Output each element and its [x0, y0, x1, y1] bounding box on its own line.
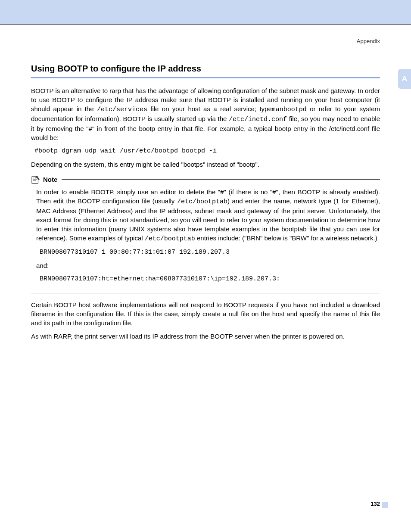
appendix-tab-label: A [402, 74, 407, 84]
section-title: Using BOOTP to configure the IP address [31, 62, 380, 75]
page-content: Appendix Using BOOTP to configure the IP… [0, 25, 411, 341]
p1-code-1: /etc/services [97, 106, 147, 113]
note-paragraph-1: In order to enable BOOTP, simply use an … [36, 187, 380, 243]
note-and: and: [36, 261, 380, 270]
top-banner [0, 0, 411, 24]
title-underline [31, 77, 380, 78]
p1-code-3: /etc/inetd.conf [229, 116, 287, 123]
note-header: Note [31, 175, 380, 184]
breadcrumb: Appendix [31, 37, 380, 45]
note-body: In order to enable BOOTP, simply use an … [31, 187, 380, 293]
note-label: Note [43, 175, 57, 184]
note-rule [62, 179, 380, 180]
note-icon [31, 175, 40, 184]
np1-code-2: /etc/bootptab [145, 235, 195, 243]
paragraph-4: As with RARP, the print server will load… [31, 332, 380, 341]
paragraph-1: BOOTP is an alternative to rarp that has… [31, 86, 380, 142]
page-number: 132 [371, 500, 380, 508]
page-number-accent [382, 502, 388, 508]
np1-code-1: /etc/bootptab [177, 198, 227, 205]
appendix-tab: A [398, 69, 411, 89]
paragraph-2: Depending on the system, this entry migh… [31, 160, 380, 169]
p1-code-2: manbootpd [272, 106, 307, 113]
np1-text-c: entries include: ("BRN" below is "BRW" f… [195, 234, 377, 242]
p1-text-b: file on your host as a real service; typ… [147, 105, 272, 112]
code-block-1: #bootp dgram udp wait /usr/etc/bootpd bo… [34, 146, 380, 156]
note-code-1: BRN008077310107 1 00:80:77:31:01:07 192.… [40, 248, 380, 257]
note-code-2: BRN008077310107:ht=ethernet:ha=008077310… [40, 274, 380, 283]
paragraph-3: Certain BOOTP host software implementati… [31, 300, 380, 327]
